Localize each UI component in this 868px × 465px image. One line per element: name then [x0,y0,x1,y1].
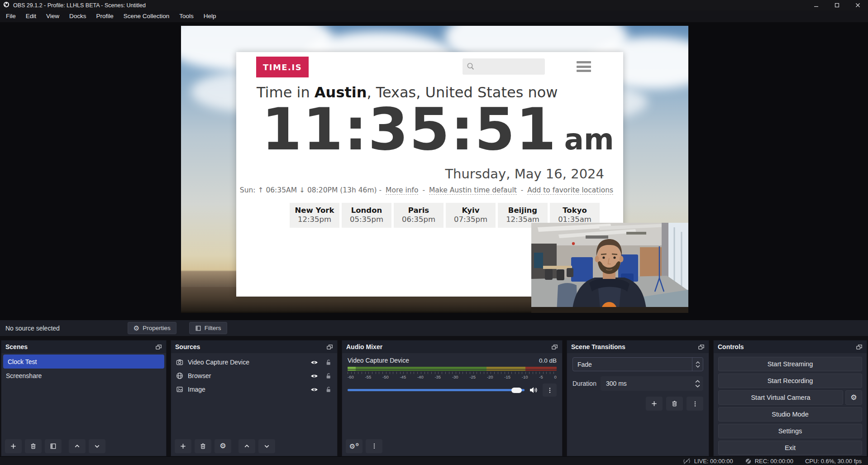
transition-menu-button[interactable] [687,397,703,411]
chevron-down-icon[interactable] [695,384,700,388]
minimize-button[interactable] [806,0,826,10]
lock-open-icon[interactable] [325,386,332,393]
menu-view[interactable]: View [41,10,64,22]
dots-vertical-icon [692,401,698,407]
scene-preview: TIME.IS Time in Austin, Texas, United St… [181,26,688,313]
make-default-link: Make Austin time default [429,186,517,195]
world-clock-paris: Paris06:35pm [394,203,444,228]
start-streaming-button[interactable]: Start Streaming [718,357,862,371]
popout-icon[interactable] [856,344,863,350]
dock-row: Scenes Clock Test Screenshare Sources [0,340,868,456]
popout-icon[interactable] [326,344,333,350]
menu-tools[interactable]: Tools [174,10,199,22]
chevron-down-icon [263,443,270,450]
scene-item-screenshare[interactable]: Screenshare [1,369,166,383]
filters-icon [50,443,57,450]
visibility-eye-icon[interactable] [310,359,318,366]
source-move-up-button[interactable] [238,439,255,453]
lock-open-icon[interactable] [325,359,332,366]
popout-icon[interactable] [698,344,705,350]
preview-canvas[interactable]: TIME.IS Time in Austin, Texas, United St… [0,22,868,320]
exit-button[interactable]: Exit [718,441,862,455]
speaker-icon[interactable] [529,386,538,394]
timeis-clock: 11:35:51 am [262,96,614,163]
menu-scene-collection[interactable]: Scene Collection [119,10,174,22]
gear-icon: ⚙ [850,394,857,401]
scene-transitions-dock: Scene Transitions Fade Duration 300 ms [567,340,709,456]
menu-profile[interactable]: Profile [91,10,119,22]
meter-tick-labels: -60-55-50-45-40-35-30-25-20-15-10-50 [348,374,557,379]
selection-bar: No source selected ⚙ Properties Filters [0,320,868,336]
image-icon [176,386,183,393]
record-inactive-icon [745,458,752,465]
menu-file[interactable]: File [1,10,21,22]
start-virtual-camera-button[interactable]: Start Virtual Camera [718,390,843,405]
studio-mode-button[interactable]: Studio Mode [718,407,862,422]
transition-select[interactable]: Fade [572,357,703,371]
scene-filters-button[interactable] [45,439,62,453]
search-icon [466,62,475,71]
source-item-browser[interactable]: Browser [171,369,337,383]
trash-icon [30,443,37,450]
menubar: File Edit View Docks Profile Scene Colle… [0,10,868,22]
clock-digits: 11:35:51 [262,96,557,163]
source-item-video-capture[interactable]: Video Capture Device [171,355,337,369]
source-properties-button[interactable]: ⚙ [215,439,231,453]
virtual-camera-config-button[interactable]: ⚙ [845,390,862,405]
mixer-menu-button[interactable] [366,439,382,453]
maximize-button[interactable] [826,0,847,10]
menu-docks[interactable]: Docks [64,10,91,22]
add-source-button[interactable] [175,439,191,453]
sources-title: Sources [175,343,200,350]
duration-spinner[interactable]: 300 ms [601,376,703,391]
popout-icon[interactable] [155,344,162,350]
mixer-channel-menu-button[interactable] [543,384,557,397]
source-item-image[interactable]: Image [171,383,337,396]
popout-icon[interactable] [551,344,558,350]
menu-edit[interactable]: Edit [21,10,41,22]
scene-item-clock-test[interactable]: Clock Test [3,355,164,369]
combo-arrows[interactable] [692,358,703,371]
clock-meridiem: am [564,123,614,156]
remove-transition-button[interactable] [666,397,683,411]
window-title: OBS 29.1.2 - Profile: LLHLS BETA - Scene… [13,2,146,9]
trash-icon [671,400,678,407]
gear-icon: ⚙ [219,442,226,450]
volume-slider-handle[interactable] [511,388,522,393]
chevron-up-icon [243,443,250,450]
world-clock-london: London05:35pm [342,203,391,228]
settings-button[interactable]: Settings [718,424,862,438]
duration-label: Duration [572,380,596,387]
gear-icon: ⚙ [134,325,139,331]
visibility-eye-icon[interactable] [310,386,318,393]
globe-icon [176,372,183,379]
properties-button[interactable]: ⚙ Properties [128,322,176,334]
window-controls [806,0,868,10]
statusbar: LIVE: 00:00:00 REC: 00:00:00 CPU: 0.6%, … [0,456,868,465]
scene-move-up-button[interactable] [69,439,86,453]
scene-move-down-button[interactable] [89,439,105,453]
controls-dock: Controls Start Streaming Start Recording… [713,340,867,456]
chevron-down-icon [696,365,700,368]
menu-help[interactable]: Help [199,10,221,22]
scenes-title: Scenes [5,343,28,350]
add-scene-button[interactable] [5,439,22,453]
advanced-audio-button[interactable]: ⚙⚙ [346,439,362,453]
titlebar: OBS 29.1.2 - Profile: LLHLS BETA - Scene… [0,0,868,10]
close-button[interactable] [847,0,868,10]
lock-open-icon[interactable] [325,373,332,379]
volume-slider[interactable] [348,389,525,391]
add-transition-button[interactable] [646,397,663,411]
world-clock-newyork: New York12:35pm [290,203,339,228]
cpu-status: CPU: 0.6%, 30.00 fps [805,458,862,465]
start-recording-button[interactable]: Start Recording [718,374,862,388]
more-info-link: More info [386,186,418,195]
visibility-eye-icon[interactable] [310,372,318,380]
filters-button[interactable]: Filters [189,322,227,334]
remove-source-button[interactable] [195,439,211,453]
chevron-up-icon[interactable] [695,380,700,383]
remove-scene-button[interactable] [25,439,42,453]
controls-title: Controls [718,343,744,350]
timeis-date: Thursday, May 16, 2024 [445,166,604,182]
source-move-down-button[interactable] [258,439,275,453]
